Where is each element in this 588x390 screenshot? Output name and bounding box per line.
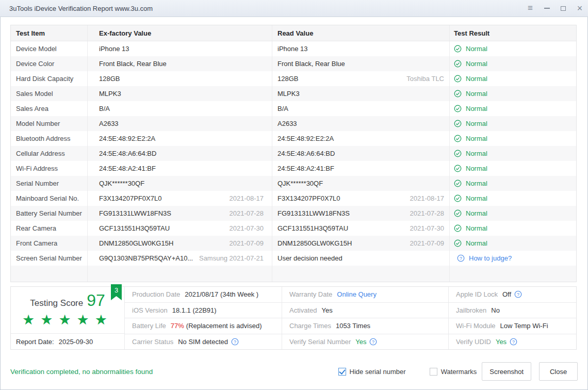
factory-note: 2021-07-28 bbox=[230, 209, 264, 217]
factory-value: 24:5E:48:92:E2:2A bbox=[99, 135, 155, 142]
hide-serial-checkbox[interactable]: Hide serial number bbox=[338, 368, 406, 376]
verification-report-table: Test ItemEx-factory ValueRead ValueTest … bbox=[10, 25, 577, 282]
info-value: Low Temp Wi-Fi bbox=[500, 322, 548, 330]
table-header-row: Test ItemEx-factory ValueRead ValueTest … bbox=[11, 25, 576, 41]
svg-text:?: ? bbox=[517, 292, 519, 297]
test-result-cell: Normal bbox=[449, 41, 577, 56]
star-rating: ★★★★★ bbox=[17, 313, 113, 327]
info-value: 18.1.1 (22B91) bbox=[172, 306, 217, 314]
online-query-link[interactable]: Online Query bbox=[337, 290, 377, 298]
column-header-read-value: Read Value bbox=[272, 25, 449, 41]
ex-factory-value-cell: Front Black, Rear Blue bbox=[87, 56, 272, 71]
svg-text:?: ? bbox=[372, 339, 374, 344]
ex-factory-value-cell: QJK******30QF bbox=[87, 176, 272, 191]
summary-panel: 3 Testing Score 97 ★★★★★ Report Date: 20… bbox=[10, 286, 577, 350]
menu-icon[interactable]: ≡ bbox=[522, 0, 538, 17]
table-row: Serial NumberQJK******30QFQJK******30QFN… bbox=[11, 176, 576, 191]
read-value: QJK******30QF bbox=[277, 180, 323, 187]
question-circle-icon[interactable]: ? bbox=[510, 338, 517, 346]
ex-factory-value-cell: FG913131LWW18FN3S2021-07-28 bbox=[87, 206, 272, 221]
read-value-cell: 24:5E:48:A6:64:BD bbox=[272, 146, 449, 161]
check-circle-icon bbox=[454, 150, 462, 157]
result-normal: Normal bbox=[454, 120, 487, 127]
test-result-cell: Normal bbox=[449, 116, 577, 131]
test-result-cell: Normal bbox=[449, 146, 577, 161]
read-value: B/A bbox=[277, 105, 288, 112]
report-date-row: Report Date: 2025-09-30 bbox=[11, 333, 124, 349]
info-value: 2021/08/17 (34th Week ) bbox=[185, 290, 258, 298]
test-item-cell: Sales Model bbox=[11, 86, 87, 101]
table-row: Hard Disk Capacity128GB128GBToshiba TLCN… bbox=[11, 71, 576, 86]
restore-icon[interactable] bbox=[555, 0, 571, 17]
info-cell-battery-life: Battery Life77%(Replacement is advised) bbox=[125, 318, 282, 334]
info-label: Charge Times bbox=[289, 322, 331, 330]
info-value: Yes bbox=[321, 306, 332, 314]
check-circle-icon bbox=[454, 90, 462, 98]
table-row: Battery Serial NumberFG913131LWW18FN3S20… bbox=[11, 206, 576, 221]
test-item-cell: Model Number bbox=[11, 116, 87, 131]
check-circle-icon bbox=[454, 180, 462, 187]
read-value: MLPK3 bbox=[277, 90, 300, 98]
question-circle-icon[interactable]: ? bbox=[231, 338, 239, 346]
check-circle-icon bbox=[454, 209, 462, 217]
result-normal: Normal bbox=[454, 75, 487, 83]
info-cell-ios-version: iOS Version18.1.1 (22B91) bbox=[125, 302, 282, 318]
test-result-cell: Normal bbox=[449, 56, 577, 71]
info-cell-carrier-status: Carrier StatusNo SIM detected? bbox=[125, 334, 282, 350]
test-item-cell: Device Model bbox=[11, 41, 87, 56]
info-label: Battery Life bbox=[132, 322, 166, 330]
ex-factory-value-cell: 24:5E:48:A6:64:BD bbox=[87, 146, 272, 161]
close-button[interactable]: Close bbox=[539, 362, 578, 381]
info-cell-jailbroken: JailbrokenNo bbox=[449, 302, 576, 318]
ex-factory-value-cell: 128GB bbox=[87, 71, 272, 86]
info-label: Activated bbox=[289, 306, 317, 314]
ex-factory-value-cell: 24:5E:48:92:E2:2A bbox=[87, 131, 272, 146]
read-note: 2021-07-30 bbox=[410, 224, 445, 232]
how-to-judge-link[interactable]: ?How to judge? bbox=[454, 254, 512, 262]
empty-table-row bbox=[11, 266, 576, 282]
watermarks-checkbox[interactable]: Watermarks bbox=[430, 368, 477, 376]
question-circle-icon[interactable]: ? bbox=[457, 254, 465, 262]
read-value-cell: B/A bbox=[272, 101, 449, 116]
read-value: GCF131551H3Q59TAU bbox=[277, 224, 348, 232]
read-value-cell: FG913131LWW18FN3S2021-07-28 bbox=[272, 206, 449, 221]
table-row: Mainboard Serial No.F3X134207PF0X7L02021… bbox=[11, 191, 576, 206]
svg-text:?: ? bbox=[460, 256, 462, 261]
close-icon[interactable]: × bbox=[571, 0, 588, 17]
info-label: Production Date bbox=[132, 290, 180, 298]
info-label: Wi-Fi Module bbox=[456, 322, 496, 330]
test-item-cell: Sales Area bbox=[11, 101, 87, 116]
result-normal: Normal bbox=[454, 45, 487, 53]
table-row: Screen Serial NumberG9Q1303NB75PR5QAY+A1… bbox=[11, 251, 576, 266]
checkbox-icon[interactable] bbox=[338, 368, 346, 376]
check-circle-icon bbox=[454, 135, 462, 142]
info-label: Verify Serial Number bbox=[289, 338, 351, 346]
table-row: Sales ModelMLPK3MLPK3Normal bbox=[11, 86, 576, 101]
testing-score-label: Testing Score bbox=[30, 298, 83, 308]
checkbox-icon[interactable] bbox=[430, 368, 437, 376]
table-row: Rear CameraGCF131551H3Q59TAU2021-07-30GC… bbox=[11, 221, 576, 236]
info-value: Yes bbox=[355, 338, 366, 346]
read-value-cell: 128GBToshiba TLC bbox=[272, 71, 449, 86]
factory-value: 24:5E:48:A2:41:BF bbox=[99, 165, 156, 172]
read-value: DNM12850GLW0KG15H bbox=[277, 239, 352, 247]
read-value-cell: QJK******30QF bbox=[272, 176, 449, 191]
factory-note: 2021-07-09 bbox=[230, 239, 264, 247]
question-circle-icon[interactable]: ? bbox=[514, 290, 522, 298]
result-normal: Normal bbox=[454, 105, 487, 112]
screenshot-button[interactable]: Screenshot bbox=[482, 362, 531, 381]
question-circle-icon[interactable]: ? bbox=[369, 338, 377, 346]
test-item-cell: Hard Disk Capacity bbox=[11, 71, 87, 86]
info-value: 77% bbox=[171, 322, 184, 330]
test-item-cell: Serial Number bbox=[11, 176, 87, 191]
read-value-cell: A2633 bbox=[272, 116, 449, 131]
test-item-cell: Rear Camera bbox=[11, 221, 87, 236]
empty-cell bbox=[449, 266, 577, 282]
factory-value: 24:5E:48:A6:64:BD bbox=[99, 150, 156, 157]
svg-text:?: ? bbox=[234, 339, 236, 344]
minimize-icon[interactable] bbox=[538, 0, 555, 17]
read-note: 2021-07-28 bbox=[410, 209, 445, 217]
test-result-cell: Normal bbox=[449, 206, 577, 221]
test-item-cell: Wi-Fi Address bbox=[11, 161, 87, 176]
info-value: 1053 Times bbox=[336, 322, 370, 330]
